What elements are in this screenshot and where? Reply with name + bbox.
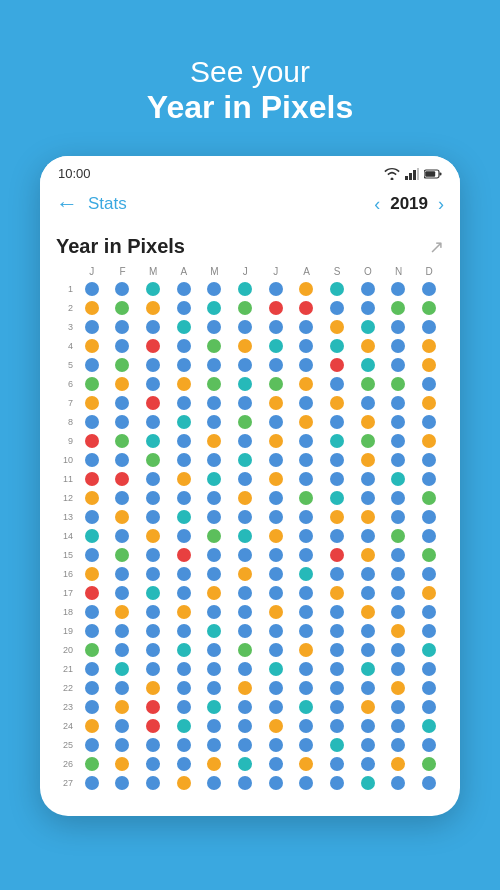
mood-dot <box>391 548 405 562</box>
dot-cell <box>353 280 383 298</box>
month-label: M <box>200 266 230 277</box>
mood-dot <box>146 662 160 676</box>
mood-dot <box>422 472 436 486</box>
mood-dot <box>269 605 283 619</box>
dot-cell <box>353 603 383 621</box>
mood-dot <box>85 738 99 752</box>
dot-cell <box>138 470 168 488</box>
dot-cell <box>200 470 230 488</box>
nav-bar: ← Stats ‹ 2019 › <box>40 185 460 225</box>
dot-cell <box>322 546 352 564</box>
mood-dot <box>177 662 191 676</box>
dot-cell <box>353 489 383 507</box>
mood-dot <box>146 282 160 296</box>
mood-dot <box>238 681 252 695</box>
mood-dot <box>207 700 221 714</box>
dot-cell <box>414 603 444 621</box>
day-number: 18 <box>56 603 76 621</box>
mood-dot <box>299 491 313 505</box>
dot-cell <box>384 565 414 583</box>
dot-cell <box>230 470 260 488</box>
dot-cell <box>200 489 230 507</box>
dot-cell <box>169 584 199 602</box>
day-number: 6 <box>56 375 76 393</box>
dot-cell <box>230 432 260 450</box>
mood-dot <box>177 358 191 372</box>
mood-dot <box>361 643 375 657</box>
dot-cell <box>77 546 107 564</box>
svg-rect-5 <box>425 171 435 177</box>
mood-dot <box>269 567 283 581</box>
dot-cell <box>384 451 414 469</box>
mood-dot <box>391 643 405 657</box>
dot-cell <box>353 318 383 336</box>
mood-dot <box>299 719 313 733</box>
dot-cell <box>261 508 291 526</box>
dot-cell <box>353 337 383 355</box>
dot-cell <box>414 565 444 583</box>
mood-dot <box>391 624 405 638</box>
dot-cell <box>138 375 168 393</box>
dot-cell <box>322 451 352 469</box>
mood-dot <box>238 320 252 334</box>
back-button[interactable]: ← <box>56 191 78 217</box>
day-number: 5 <box>56 356 76 374</box>
mood-dot <box>361 548 375 562</box>
mood-dot <box>269 491 283 505</box>
dot-cell <box>200 318 230 336</box>
day-number: 10 <box>56 451 76 469</box>
mood-dot <box>299 738 313 752</box>
mood-dot <box>177 624 191 638</box>
dot-cell <box>322 679 352 697</box>
mood-dot <box>238 567 252 581</box>
dot-cell <box>261 394 291 412</box>
mood-dot <box>330 358 344 372</box>
mood-dot <box>115 643 129 657</box>
dot-cell <box>261 280 291 298</box>
mood-dot <box>391 567 405 581</box>
mood-dot <box>299 586 313 600</box>
mood-dot <box>177 643 191 657</box>
dot-cell <box>384 280 414 298</box>
mood-dot <box>85 757 99 771</box>
day-number: 24 <box>56 717 76 735</box>
share-button[interactable]: ↗ <box>429 236 444 258</box>
dot-cell <box>414 432 444 450</box>
mood-dot <box>422 700 436 714</box>
dot-cell <box>230 546 260 564</box>
dot-cell <box>322 565 352 583</box>
day-number: 1 <box>56 280 76 298</box>
mood-dot <box>299 643 313 657</box>
mood-dot <box>177 548 191 562</box>
prev-year-button[interactable]: ‹ <box>374 194 380 215</box>
mood-dot <box>330 700 344 714</box>
dot-cell <box>414 451 444 469</box>
dot-cell <box>353 527 383 545</box>
dot-cell <box>200 375 230 393</box>
mood-dot <box>177 377 191 391</box>
mood-dot <box>299 605 313 619</box>
dot-cell <box>261 527 291 545</box>
mood-dot <box>177 567 191 581</box>
dot-cell <box>292 736 322 754</box>
mood-dot <box>330 320 344 334</box>
mood-dot <box>207 491 221 505</box>
svg-rect-1 <box>409 173 412 180</box>
dot-cell <box>292 375 322 393</box>
mood-dot <box>238 339 252 353</box>
dot-cell <box>384 299 414 317</box>
next-year-button[interactable]: › <box>438 194 444 215</box>
dot-cell <box>138 679 168 697</box>
mood-dot <box>299 320 313 334</box>
dot-cell <box>322 470 352 488</box>
table-row: 6 <box>56 375 444 393</box>
mood-dot <box>207 662 221 676</box>
dot-cell <box>230 565 260 583</box>
mood-dot <box>115 738 129 752</box>
mood-dot <box>361 491 375 505</box>
table-row: 21 <box>56 660 444 678</box>
dot-cell <box>414 489 444 507</box>
mood-dot <box>361 776 375 790</box>
dot-cell <box>292 280 322 298</box>
mood-dot <box>391 719 405 733</box>
